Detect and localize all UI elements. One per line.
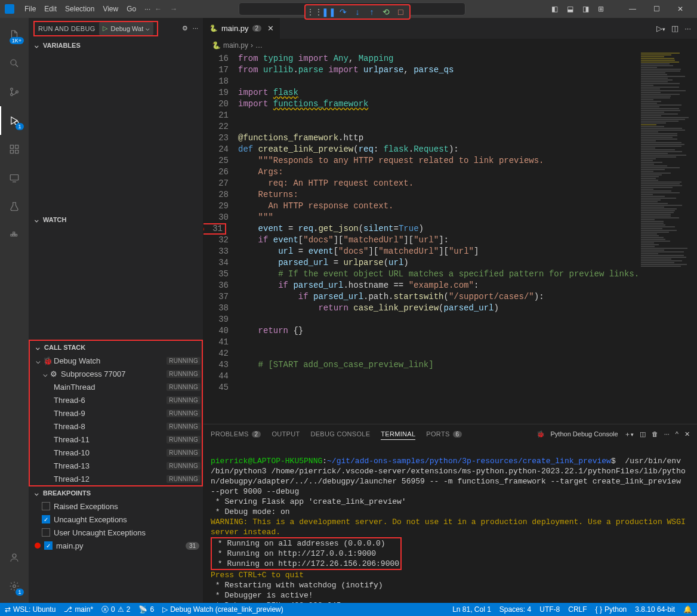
menu-selection[interactable]: Selection xyxy=(61,5,98,13)
close-tab-icon[interactable]: ✕ xyxy=(267,24,274,33)
tab-problems[interactable]: PROBLEMS2 xyxy=(211,430,261,438)
sb-debug-session[interactable]: ▷ Debug Watch (create_link_preview) xyxy=(162,605,283,614)
bp-uncaught[interactable]: ✓Uncaught Exceptions xyxy=(29,513,203,526)
tab-ports[interactable]: PORTS6 xyxy=(426,430,462,438)
sb-problems[interactable]: ⓧ 0 ⚠ 2 xyxy=(101,605,130,615)
start-debug-icon[interactable]: ▷ xyxy=(103,24,107,32)
callstack-subprocess[interactable]: ⌵⚙ Subprocess 77007 RUNNING xyxy=(30,367,202,380)
sb-ports[interactable]: 📡 6 xyxy=(138,605,154,614)
svg-rect-8 xyxy=(16,145,18,148)
testing-icon[interactable] xyxy=(0,192,29,221)
debug-console-icon: 🐞 xyxy=(536,430,545,438)
checkbox-checked-icon[interactable]: ✓ xyxy=(44,541,53,550)
step-over-icon[interactable]: ↷ xyxy=(337,5,350,19)
svg-rect-5 xyxy=(10,145,13,148)
thread-row[interactable]: Thread-13RUNNING xyxy=(30,459,202,472)
terminal-content[interactable]: pierrick@LAPTOP-HKU5PNNG:~/git/add-ons-s… xyxy=(203,443,697,603)
tab-terminal[interactable]: TERMINAL xyxy=(381,430,415,440)
layout-bottom-icon[interactable]: ⬓ xyxy=(565,4,575,14)
menu-go[interactable]: Go xyxy=(122,5,140,13)
checkbox-icon[interactable] xyxy=(42,528,50,537)
variables-header[interactable]: ⌵VARIABLES xyxy=(29,39,203,52)
layout-customize-icon[interactable]: ⊞ xyxy=(596,4,606,14)
step-into-icon[interactable]: ↓ xyxy=(351,5,364,19)
drag-handle-icon[interactable]: ⋮⋮ xyxy=(308,5,321,19)
checkbox-icon[interactable] xyxy=(42,502,50,510)
nav-back-icon[interactable]: ← xyxy=(155,5,162,13)
chevron-down-icon: ⌵ xyxy=(146,24,150,32)
sb-python-version[interactable]: 3.8.10 64-bit xyxy=(635,605,675,614)
variables-body xyxy=(29,52,203,213)
thread-row[interactable]: Thread-9RUNNING xyxy=(30,406,202,420)
menu-file[interactable]: File xyxy=(20,5,40,13)
sb-language[interactable]: { } Python xyxy=(596,605,627,614)
step-out-icon[interactable]: ↑ xyxy=(365,5,378,19)
svg-point-14 xyxy=(13,554,16,558)
account-icon[interactable] xyxy=(0,543,29,572)
callstack-root[interactable]: ⌵🐞 Debug Watch RUNNING xyxy=(30,354,202,367)
tab-more-icon[interactable]: ··· xyxy=(684,24,691,33)
breakpoints-header[interactable]: ⌵BREAKPOINTS xyxy=(29,486,203,500)
extensions-icon[interactable] xyxy=(0,135,29,164)
panel-more-icon[interactable]: ··· xyxy=(664,430,670,438)
source-control-icon[interactable] xyxy=(0,78,29,106)
remote-icon[interactable] xyxy=(0,164,29,192)
thread-row[interactable]: Thread-11RUNNING xyxy=(30,433,202,446)
tab-debug-console[interactable]: DEBUG CONSOLE xyxy=(310,430,370,438)
sb-eol[interactable]: CRLF xyxy=(568,605,587,614)
layout-left-icon[interactable]: ◧ xyxy=(550,4,559,14)
minimap[interactable] xyxy=(639,52,697,424)
menu-view[interactable]: View xyxy=(98,5,122,13)
thread-row[interactable]: Thread-12RUNNING xyxy=(30,472,202,485)
pause-icon[interactable]: ❚❚ xyxy=(322,5,335,19)
stop-icon[interactable]: □ xyxy=(394,5,407,19)
breadcrumb[interactable]: 🐍 main.py › … xyxy=(203,39,697,52)
run-debug-icon[interactable]: 1 xyxy=(0,106,29,135)
running-addresses-box: * Running on all addresses (0.0.0.0) * R… xyxy=(211,537,402,570)
menu-overflow[interactable]: ··· xyxy=(140,5,155,13)
restart-icon[interactable]: ⟲ xyxy=(380,5,393,19)
explorer-badge: 1K+ xyxy=(10,37,24,44)
nav-forward-icon[interactable]: → xyxy=(170,5,177,13)
panel-maximize-icon[interactable]: ^ xyxy=(676,430,679,438)
sb-notifications-icon[interactable]: 🔔 xyxy=(683,605,692,614)
debug-config-selector[interactable]: ▷ Debug Wat ⌵ xyxy=(99,22,154,35)
search-icon[interactable] xyxy=(0,49,29,78)
sb-remote[interactable]: ⇄ WSL: Ubuntu xyxy=(5,605,55,614)
code-editor[interactable]: 1617181920212223242526272829303132333435… xyxy=(203,52,697,424)
window-minimize[interactable]: — xyxy=(621,0,644,18)
sb-branch[interactable]: ⎇ main* xyxy=(64,605,93,614)
thread-row[interactable]: Thread-8RUNNING xyxy=(30,420,202,433)
watch-header[interactable]: ⌵WATCH xyxy=(29,213,203,226)
settings-icon[interactable]: 1 xyxy=(0,572,29,600)
bp-raised[interactable]: Raised Exceptions xyxy=(29,500,203,513)
explorer-icon[interactable]: 1K+ xyxy=(0,20,29,49)
callstack-header[interactable]: ⌵CALL STACK xyxy=(30,341,202,354)
kill-terminal-icon[interactable]: 🗑 xyxy=(652,430,658,438)
split-editor-icon[interactable]: ◫ xyxy=(671,24,679,33)
gear-icon[interactable]: ⚙ xyxy=(182,24,188,32)
vscode-logo xyxy=(5,4,14,14)
menu-edit[interactable]: Edit xyxy=(40,5,61,13)
window-close[interactable]: ✕ xyxy=(668,0,692,18)
new-terminal-icon[interactable]: ＋▾ xyxy=(624,430,634,439)
sb-cursor-pos[interactable]: Ln 81, Col 1 xyxy=(452,605,491,614)
terminal-name[interactable]: Python Debug Console xyxy=(551,430,618,438)
thread-row[interactable]: MainThreadRUNNING xyxy=(30,380,202,393)
bp-file[interactable]: ✓ main.py 31 xyxy=(29,539,203,552)
thread-row[interactable]: Thread-6RUNNING xyxy=(30,393,202,406)
run-icon[interactable]: ▷▾ xyxy=(656,24,665,33)
bp-user-uncaught[interactable]: User Uncaught Exceptions xyxy=(29,526,203,539)
layout-right-icon[interactable]: ◨ xyxy=(581,4,590,14)
editor-tab-main[interactable]: 🐍 main.py 2 ✕ xyxy=(203,18,280,39)
window-maximize[interactable]: ☐ xyxy=(644,0,668,18)
panel-close-icon[interactable]: ✕ xyxy=(684,430,690,438)
tab-output[interactable]: OUTPUT xyxy=(272,430,300,438)
sb-encoding[interactable]: UTF-8 xyxy=(539,605,560,614)
docker-icon[interactable] xyxy=(0,221,29,250)
sb-spaces[interactable]: Spaces: 4 xyxy=(499,605,531,614)
thread-row[interactable]: Thread-10RUNNING xyxy=(30,446,202,459)
more-icon[interactable]: ··· xyxy=(193,24,198,32)
split-terminal-icon[interactable]: ◫ xyxy=(640,430,646,438)
checkbox-checked-icon[interactable]: ✓ xyxy=(42,515,50,523)
